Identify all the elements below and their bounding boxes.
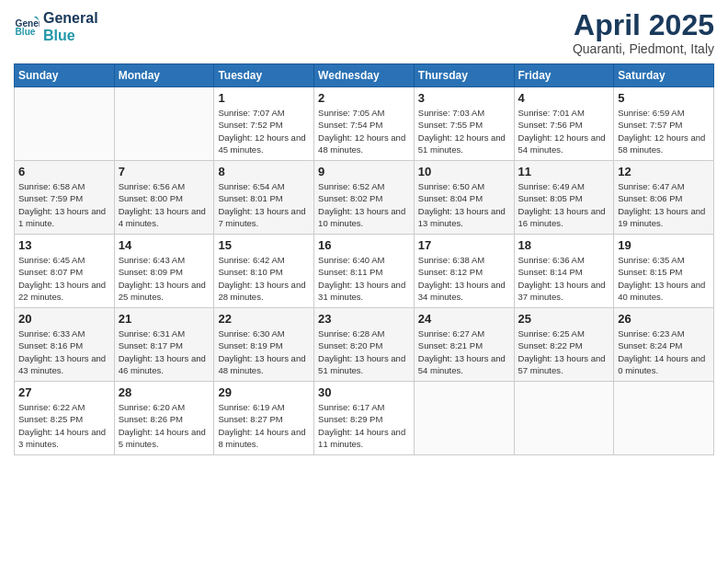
day-number: 13 bbox=[18, 238, 110, 252]
day-detail: Sunrise: 6:22 AM Sunset: 8:25 PM Dayligh… bbox=[18, 401, 110, 450]
calendar-table: SundayMondayTuesdayWednesdayThursdayFrid… bbox=[14, 63, 714, 455]
day-number: 11 bbox=[518, 165, 610, 178]
day-number: 14 bbox=[119, 238, 210, 252]
day-number: 27 bbox=[18, 385, 110, 399]
day-cell: 24Sunrise: 6:27 AM Sunset: 8:21 PM Dayli… bbox=[414, 308, 514, 382]
day-detail: Sunrise: 6:30 AM Sunset: 8:19 PM Dayligh… bbox=[218, 327, 310, 376]
day-cell: 4Sunrise: 7:01 AM Sunset: 7:56 PM Daylig… bbox=[514, 87, 614, 161]
header-row: SundayMondayTuesdayWednesdayThursdayFrid… bbox=[15, 64, 714, 87]
week-row-1: 1Sunrise: 7:07 AM Sunset: 7:52 PM Daylig… bbox=[15, 87, 714, 161]
day-detail: Sunrise: 6:40 AM Sunset: 8:11 PM Dayligh… bbox=[318, 254, 410, 303]
day-detail: Sunrise: 6:43 AM Sunset: 8:09 PM Dayligh… bbox=[119, 254, 210, 303]
day-detail: Sunrise: 6:38 AM Sunset: 8:12 PM Dayligh… bbox=[418, 254, 510, 303]
day-number: 22 bbox=[218, 312, 310, 326]
week-row-2: 6Sunrise: 6:58 AM Sunset: 7:59 PM Daylig… bbox=[15, 161, 714, 235]
col-header-saturday: Saturday bbox=[614, 64, 714, 87]
day-number: 12 bbox=[618, 165, 710, 178]
day-detail: Sunrise: 7:01 AM Sunset: 7:56 PM Dayligh… bbox=[518, 107, 610, 155]
day-number: 7 bbox=[119, 165, 210, 178]
day-number: 25 bbox=[518, 312, 610, 326]
day-number: 30 bbox=[318, 385, 410, 399]
day-cell: 26Sunrise: 6:23 AM Sunset: 8:24 PM Dayli… bbox=[614, 308, 714, 382]
day-detail: Sunrise: 6:17 AM Sunset: 8:29 PM Dayligh… bbox=[318, 401, 410, 450]
day-detail: Sunrise: 6:35 AM Sunset: 8:15 PM Dayligh… bbox=[618, 254, 710, 303]
day-number: 17 bbox=[418, 238, 510, 252]
day-cell: 30Sunrise: 6:17 AM Sunset: 8:29 PM Dayli… bbox=[314, 382, 415, 455]
month-title: April 2025 bbox=[573, 9, 714, 41]
day-number: 6 bbox=[18, 165, 110, 178]
day-cell: 21Sunrise: 6:31 AM Sunset: 8:17 PM Dayli… bbox=[114, 308, 214, 382]
day-detail: Sunrise: 7:03 AM Sunset: 7:55 PM Dayligh… bbox=[418, 107, 510, 155]
logo-line1: General bbox=[43, 9, 98, 27]
day-cell: 27Sunrise: 6:22 AM Sunset: 8:25 PM Dayli… bbox=[15, 382, 115, 455]
day-detail: Sunrise: 6:58 AM Sunset: 7:59 PM Dayligh… bbox=[18, 180, 110, 229]
logo: General Blue General Blue bbox=[14, 9, 98, 44]
day-cell: 11Sunrise: 6:49 AM Sunset: 8:05 PM Dayli… bbox=[514, 161, 614, 235]
day-cell: 23Sunrise: 6:28 AM Sunset: 8:20 PM Dayli… bbox=[314, 308, 415, 382]
day-cell: 10Sunrise: 6:50 AM Sunset: 8:04 PM Dayli… bbox=[414, 161, 514, 235]
day-cell: 20Sunrise: 6:33 AM Sunset: 8:16 PM Dayli… bbox=[15, 308, 115, 382]
day-number: 9 bbox=[318, 165, 410, 178]
day-cell: 6Sunrise: 6:58 AM Sunset: 7:59 PM Daylig… bbox=[15, 161, 115, 235]
day-detail: Sunrise: 7:07 AM Sunset: 7:52 PM Dayligh… bbox=[218, 107, 310, 155]
day-number: 4 bbox=[518, 91, 610, 105]
day-detail: Sunrise: 6:54 AM Sunset: 8:01 PM Dayligh… bbox=[218, 180, 310, 229]
day-cell: 12Sunrise: 6:47 AM Sunset: 8:06 PM Dayli… bbox=[614, 161, 714, 235]
day-detail: Sunrise: 6:50 AM Sunset: 8:04 PM Dayligh… bbox=[418, 180, 510, 229]
day-cell: 13Sunrise: 6:45 AM Sunset: 8:07 PM Dayli… bbox=[15, 235, 115, 308]
day-detail: Sunrise: 6:36 AM Sunset: 8:14 PM Dayligh… bbox=[518, 254, 610, 303]
day-number: 5 bbox=[618, 91, 710, 105]
day-detail: Sunrise: 6:20 AM Sunset: 8:26 PM Dayligh… bbox=[119, 401, 210, 450]
day-detail: Sunrise: 6:23 AM Sunset: 8:24 PM Dayligh… bbox=[618, 327, 710, 376]
title-area: April 2025 Quaranti, Piedmont, Italy bbox=[573, 9, 714, 56]
week-row-5: 27Sunrise: 6:22 AM Sunset: 8:25 PM Dayli… bbox=[15, 382, 714, 455]
day-detail: Sunrise: 6:45 AM Sunset: 8:07 PM Dayligh… bbox=[18, 254, 110, 303]
day-detail: Sunrise: 6:19 AM Sunset: 8:27 PM Dayligh… bbox=[218, 401, 310, 450]
day-cell: 22Sunrise: 6:30 AM Sunset: 8:19 PM Dayli… bbox=[214, 308, 314, 382]
day-number: 18 bbox=[518, 238, 610, 252]
day-cell: 25Sunrise: 6:25 AM Sunset: 8:22 PM Dayli… bbox=[514, 308, 614, 382]
day-number: 15 bbox=[218, 238, 310, 252]
day-number: 10 bbox=[418, 165, 510, 178]
col-header-sunday: Sunday bbox=[15, 64, 115, 87]
day-cell: 7Sunrise: 6:56 AM Sunset: 8:00 PM Daylig… bbox=[114, 161, 214, 235]
day-detail: Sunrise: 6:33 AM Sunset: 8:16 PM Dayligh… bbox=[18, 327, 110, 376]
day-number: 2 bbox=[318, 91, 410, 105]
day-number: 19 bbox=[618, 238, 710, 252]
day-detail: Sunrise: 6:56 AM Sunset: 8:00 PM Dayligh… bbox=[119, 180, 210, 229]
day-cell: 29Sunrise: 6:19 AM Sunset: 8:27 PM Dayli… bbox=[214, 382, 314, 455]
week-row-4: 20Sunrise: 6:33 AM Sunset: 8:16 PM Dayli… bbox=[15, 308, 714, 382]
day-detail: Sunrise: 6:47 AM Sunset: 8:06 PM Dayligh… bbox=[618, 180, 710, 229]
day-cell bbox=[514, 382, 614, 455]
day-number: 28 bbox=[119, 385, 210, 399]
day-cell bbox=[15, 87, 115, 161]
day-cell bbox=[114, 87, 214, 161]
logo-line2: Blue bbox=[43, 27, 98, 44]
day-number: 16 bbox=[318, 238, 410, 252]
day-number: 26 bbox=[618, 312, 710, 326]
col-header-thursday: Thursday bbox=[414, 64, 514, 87]
day-detail: Sunrise: 6:31 AM Sunset: 8:17 PM Dayligh… bbox=[119, 327, 210, 376]
day-cell: 17Sunrise: 6:38 AM Sunset: 8:12 PM Dayli… bbox=[414, 235, 514, 308]
day-cell: 16Sunrise: 6:40 AM Sunset: 8:11 PM Dayli… bbox=[314, 235, 415, 308]
day-detail: Sunrise: 7:05 AM Sunset: 7:54 PM Dayligh… bbox=[318, 107, 410, 155]
day-number: 21 bbox=[119, 312, 210, 326]
day-cell bbox=[614, 382, 714, 455]
day-detail: Sunrise: 6:52 AM Sunset: 8:02 PM Dayligh… bbox=[318, 180, 410, 229]
day-number: 1 bbox=[218, 91, 310, 105]
day-number: 8 bbox=[218, 165, 310, 178]
day-cell: 3Sunrise: 7:03 AM Sunset: 7:55 PM Daylig… bbox=[414, 87, 514, 161]
day-cell: 18Sunrise: 6:36 AM Sunset: 8:14 PM Dayli… bbox=[514, 235, 614, 308]
col-header-tuesday: Tuesday bbox=[214, 64, 314, 87]
location: Quaranti, Piedmont, Italy bbox=[573, 41, 714, 56]
col-header-monday: Monday bbox=[114, 64, 214, 87]
day-cell: 2Sunrise: 7:05 AM Sunset: 7:54 PM Daylig… bbox=[314, 87, 415, 161]
day-number: 20 bbox=[18, 312, 110, 326]
day-number: 24 bbox=[418, 312, 510, 326]
day-detail: Sunrise: 6:42 AM Sunset: 8:10 PM Dayligh… bbox=[218, 254, 310, 303]
col-header-friday: Friday bbox=[514, 64, 614, 87]
day-cell: 8Sunrise: 6:54 AM Sunset: 8:01 PM Daylig… bbox=[214, 161, 314, 235]
day-detail: Sunrise: 6:28 AM Sunset: 8:20 PM Dayligh… bbox=[318, 327, 410, 376]
day-cell: 5Sunrise: 6:59 AM Sunset: 7:57 PM Daylig… bbox=[614, 87, 714, 161]
day-cell: 9Sunrise: 6:52 AM Sunset: 8:02 PM Daylig… bbox=[314, 161, 415, 235]
